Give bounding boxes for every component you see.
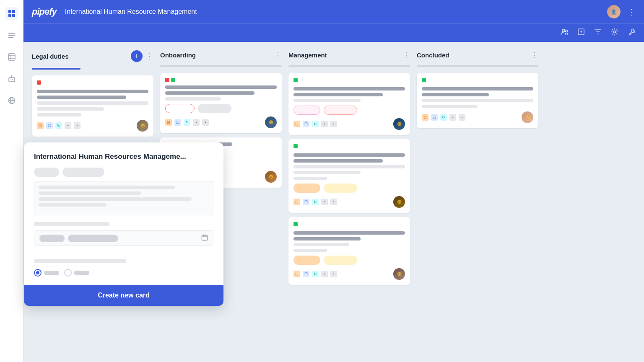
card-avatar: 😊 <box>393 118 405 130</box>
card-icon-refresh[interactable]: ↻ <box>55 122 62 129</box>
card-action-icons: ⊡ ☐ ↻ • • <box>293 199 337 205</box>
sidebar-item-list[interactable] <box>5 28 18 42</box>
card-footer: ⊡ ☐ ↻ • • 😊 <box>293 118 405 130</box>
card-footer: ⊡ ☐ ↻ • • 😊 <box>165 116 277 128</box>
card-icon[interactable]: ⊡ <box>165 119 172 126</box>
card-line <box>293 243 349 246</box>
card-tag-pink-outline <box>293 106 320 115</box>
form-date-field[interactable] <box>34 230 213 246</box>
column-more-onboarding[interactable]: ⋮ <box>274 50 282 59</box>
card-tag-row <box>293 184 405 193</box>
column-title-legal: Legal duties <box>32 53 127 60</box>
card-icon[interactable]: ☐ <box>303 271 309 277</box>
card-icon[interactable]: • <box>330 121 337 127</box>
card-tag-red-outline <box>324 106 357 115</box>
column-more-management[interactable]: ⋮ <box>402 50 410 59</box>
card-icon-extra2[interactable]: • <box>74 122 80 129</box>
card-icon[interactable]: • <box>449 114 456 121</box>
column-more-concluded[interactable]: ⋮ <box>531 50 538 59</box>
sidebar-item-table[interactable] <box>5 50 18 64</box>
column-more-legal[interactable]: ⋮ <box>146 52 153 61</box>
card-action-icons: ⊡ ☐ ↻ • • <box>37 122 80 129</box>
card-dot-green <box>422 78 426 82</box>
card-icon[interactable]: ⊡ <box>293 199 300 205</box>
card-icon[interactable]: • <box>193 119 200 126</box>
sub-header <box>23 23 644 42</box>
card-icon[interactable]: ↻ <box>312 121 319 127</box>
card-tag-yellow <box>324 256 357 265</box>
sidebar-item-globe[interactable] <box>5 94 18 107</box>
card-icon[interactable]: ☐ <box>431 114 438 121</box>
column-progress-onboarding <box>160 65 282 67</box>
card-icon[interactable]: ☐ <box>303 121 309 127</box>
card-line <box>293 249 327 252</box>
card-onboarding-1: ⊡ ☐ ↻ • • 😊 <box>160 73 282 133</box>
card-avatar: 😊 <box>265 171 277 183</box>
modal-title: International Human Resources Manageme..… <box>34 153 213 161</box>
filter-icon[interactable] <box>594 28 602 38</box>
card-icon[interactable]: • <box>202 119 209 126</box>
svg-rect-25 <box>202 235 208 240</box>
add-card-legal[interactable]: + <box>131 50 143 62</box>
user-avatar[interactable]: 👤 <box>607 5 621 18</box>
card-icon[interactable]: • <box>330 271 337 277</box>
card-icon-attachment[interactable]: ⊡ <box>37 122 44 129</box>
card-action-icons: ⊡ ☐ ↻ • • <box>422 114 465 121</box>
card-legal-1: ⊡ ☐ ↻ • • 😊 <box>32 75 153 137</box>
form-section-label <box>34 222 109 226</box>
radio-button-unchecked[interactable] <box>64 269 72 277</box>
form-section-label-2 <box>34 259 126 263</box>
card-concluded-1: ⊡ ☐ ↻ • • 😊 <box>417 73 538 128</box>
card-footer: ⊡ ☐ ↻ • • 😊 <box>293 268 405 280</box>
card-line <box>422 93 489 96</box>
card-icon[interactable]: • <box>321 121 328 127</box>
card-management-2: ⊡ ☐ ↻ • • 😊 <box>288 139 410 213</box>
column-header-management: Management ⋮ <box>288 49 410 61</box>
card-dot <box>37 80 41 85</box>
svg-rect-11 <box>9 78 15 82</box>
sidebar <box>0 0 23 362</box>
form-textarea[interactable] <box>34 181 213 215</box>
card-line <box>165 97 221 101</box>
sidebar-item-bot[interactable] <box>5 72 18 85</box>
date-pill-1 <box>39 235 65 242</box>
card-icon[interactable]: ↻ <box>184 119 190 126</box>
card-icon[interactable]: • <box>321 199 328 205</box>
card-icon-check[interactable]: ☐ <box>46 122 53 129</box>
card-line <box>293 231 405 235</box>
card-dots <box>165 78 277 82</box>
card-icon[interactable]: ↻ <box>440 114 447 121</box>
modal-body: International Human Resources Manageme..… <box>24 142 223 285</box>
card-icon[interactable]: ⊡ <box>422 114 428 121</box>
card-icon[interactable]: • <box>330 199 337 205</box>
card-icon-extra[interactable]: • <box>65 122 71 129</box>
card-icon[interactable]: ⊡ <box>293 121 300 127</box>
date-pill-2 <box>68 235 118 242</box>
card-icon[interactable]: ☐ <box>303 199 309 205</box>
header-more-button[interactable]: ⋮ <box>627 7 636 17</box>
settings-icon[interactable] <box>610 28 619 38</box>
card-icon[interactable]: ↻ <box>312 199 319 205</box>
card-line <box>165 91 254 95</box>
card-avatar: 😊 <box>137 120 148 132</box>
column-header-concluded: Concluded ⋮ <box>417 49 538 61</box>
calendar-icon[interactable] <box>201 234 208 242</box>
card-icon[interactable]: • <box>459 114 465 121</box>
radio-option-2[interactable] <box>64 269 89 277</box>
card-line <box>37 90 148 93</box>
users-icon[interactable] <box>560 28 569 38</box>
card-icon[interactable]: ↻ <box>312 271 319 277</box>
svg-rect-3 <box>12 14 15 17</box>
form-label-row <box>34 168 213 177</box>
card-action-icons: ⊡ ☐ ↻ • • <box>165 119 209 126</box>
card-icon[interactable]: ⊡ <box>293 271 300 277</box>
import-icon[interactable] <box>577 28 585 38</box>
radio-button-checked[interactable] <box>34 269 42 277</box>
sidebar-item-grid[interactable] <box>5 7 18 20</box>
card-icon[interactable]: ☐ <box>174 119 181 126</box>
card-icon[interactable]: • <box>321 271 328 277</box>
create-card-button[interactable]: Create new card <box>24 285 223 306</box>
column-progress-management <box>288 65 410 67</box>
radio-option-1[interactable] <box>34 269 59 277</box>
wrench-icon[interactable] <box>627 28 636 38</box>
